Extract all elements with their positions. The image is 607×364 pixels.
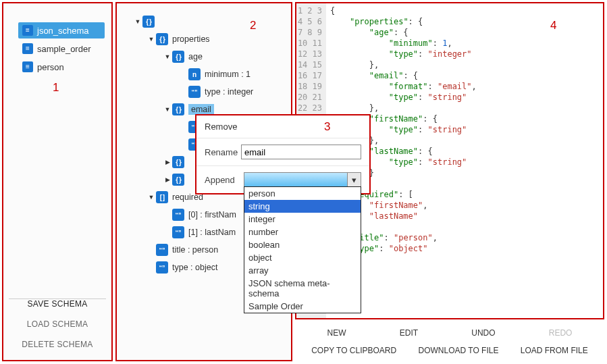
tree-row[interactable]: ▼ [117, 13, 291, 30]
append-option[interactable]: person [244, 187, 361, 200]
toolbar-download-to-file[interactable]: DOWNLOAD TO FILE [413, 344, 504, 357]
caret-icon[interactable]: ▶ [164, 159, 171, 165]
append-option[interactable]: integer [244, 213, 361, 226]
append-option[interactable]: JSON schema meta-schema [244, 277, 361, 300]
rename-label: Rename [205, 147, 241, 157]
obj-badge-icon [172, 103, 184, 115]
tree-row[interactable]: ▼properties [117, 30, 291, 48]
node-context-popup: Remove Rename Append ▾ personstringinteg… [195, 114, 371, 194]
toolbar-undo[interactable]: UNDO [466, 327, 500, 339]
caret-icon[interactable]: ▼ [164, 53, 171, 60]
append-option[interactable]: boolean [244, 238, 361, 251]
caret-icon[interactable]: ▼ [148, 194, 155, 201]
delete-schema-button[interactable]: DELETE SCHEMA [3, 334, 111, 355]
append-option[interactable]: array [244, 264, 361, 277]
tree-node-label: [1] : lastNam [188, 228, 236, 237]
overlay-label-3: 3 [324, 120, 330, 134]
obj-badge-icon [156, 33, 168, 45]
tree-node-label: [0] : firstNam [188, 210, 236, 219]
rename-row: Rename [196, 138, 369, 166]
caret-icon[interactable]: ▼ [134, 18, 141, 25]
append-option[interactable]: object [244, 251, 361, 264]
tree-node-label: type : object [172, 263, 217, 272]
tree-node-label: age [188, 52, 203, 61]
append-dropdown[interactable]: personstringintegernumberbooleanobjectar… [244, 186, 361, 313]
obj-badge-icon [172, 156, 184, 168]
str-badge-icon [156, 261, 168, 274]
caret-icon[interactable]: ▼ [164, 106, 171, 113]
obj-badge-icon [172, 51, 184, 63]
str-badge-icon [172, 226, 184, 238]
schema-item-label: person [37, 62, 64, 72]
caret-icon[interactable]: ▼ [148, 36, 155, 43]
tree-node-label: type : integer [205, 87, 253, 97]
file-icon [22, 25, 33, 36]
arr-badge-icon [156, 191, 168, 203]
str-badge-icon [188, 86, 201, 98]
append-row: Append ▾ personstringintegernumberboolea… [196, 166, 369, 193]
tree-row[interactable]: minimum : 1 [117, 66, 291, 83]
schema-item-sample_order[interactable]: sample_order [18, 41, 105, 57]
tree-node-label: properties [172, 34, 210, 44]
schema-item-label: json_schema [37, 26, 89, 36]
append-option[interactable]: string [244, 200, 361, 213]
str-badge-icon [172, 209, 184, 221]
toolbar-copy-to-clipboard[interactable]: COPY TO CLIPBOARD [306, 344, 402, 357]
toolbar-load-from-file[interactable]: LOAD FROM FILE [515, 344, 593, 357]
obj-badge-icon [142, 16, 155, 28]
str-badge-icon [156, 244, 168, 256]
append-option[interactable]: number [244, 226, 361, 238]
tree-node-label: minimum : 1 [205, 70, 250, 79]
editor-toolbar: NEWEDITUNDOREDO COPY TO CLIPBOARDDOWNLOA… [295, 321, 604, 362]
load-schema-button[interactable]: LOAD SCHEMA [3, 314, 111, 334]
toolbar-redo: REDO [544, 327, 578, 339]
tree-row[interactable]: ▼age [117, 48, 291, 66]
append-label: Append [205, 175, 244, 185]
tree-node-label: title : person [172, 245, 218, 255]
save-schema-button[interactable]: SAVE SCHEMA [3, 294, 111, 314]
rename-input[interactable] [241, 145, 361, 159]
append-option[interactable]: Sample Order [244, 300, 361, 313]
append-select[interactable]: ▾ personstringintegernumberbooleanobject… [244, 172, 361, 187]
schema-item-person[interactable]: person [18, 59, 105, 75]
tree-row[interactable]: type : integer [117, 83, 291, 101]
toolbar-new[interactable]: NEW [322, 327, 352, 339]
caret-icon[interactable]: ▶ [164, 176, 171, 183]
num-badge-icon [188, 68, 201, 80]
schema-item-json_schema[interactable]: json_schema [18, 22, 105, 38]
chevron-down-icon[interactable]: ▾ [347, 173, 361, 186]
remove-action[interactable]: Remove [196, 115, 369, 138]
obj-badge-icon [172, 174, 184, 186]
toolbar-edit[interactable]: EDIT [394, 327, 423, 339]
file-icon [22, 43, 33, 54]
schema-item-label: sample_order [37, 44, 91, 54]
schema-sidebar: json_schemasample_orderperson SAVE SCHEM… [2, 2, 113, 361]
file-icon [22, 61, 33, 72]
tree-node-label: email [188, 104, 214, 115]
